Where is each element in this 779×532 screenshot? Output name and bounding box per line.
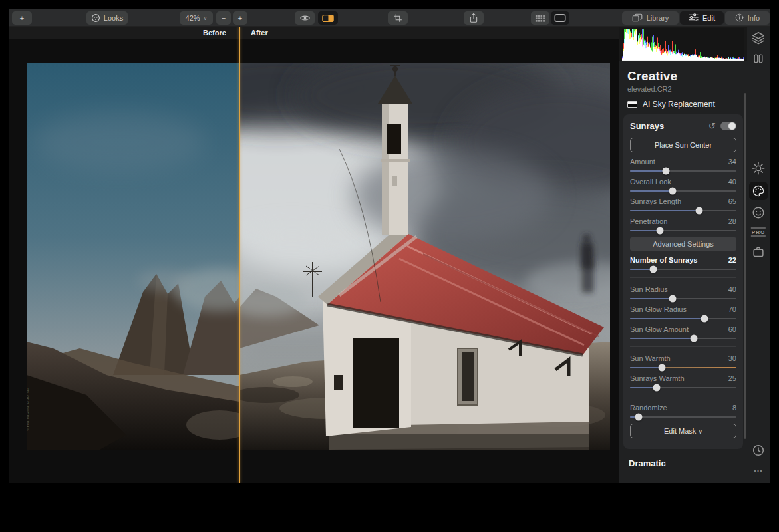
slider-thumb[interactable] — [691, 335, 698, 342]
slider-number-of-sunrays[interactable]: Number of Sunrays22 — [630, 256, 736, 270]
reset-icon[interactable]: ↺ — [708, 122, 716, 130]
compare-split-icon — [322, 14, 334, 23]
slider-value: 22 — [728, 256, 736, 264]
photo-preview[interactable]: ©Raffaella Cabras — [27, 63, 610, 450]
compare-label-bar: Before After — [9, 27, 619, 39]
slider-penetration[interactable]: Penetration28 — [630, 217, 736, 231]
slider-thumb[interactable] — [663, 168, 670, 175]
tab-library-label: Library — [647, 14, 669, 22]
slider-track[interactable] — [630, 387, 736, 388]
slider-sunrays-length[interactable]: Sunrays Length65 — [630, 198, 736, 211]
slider-thumb[interactable] — [659, 364, 666, 372]
tab-info[interactable]: Info — [725, 11, 770, 25]
slider-sun-glow-radius[interactable]: Sun Glow Radius70 — [630, 305, 736, 319]
slider-value: 40 — [728, 285, 736, 293]
slider-overall-look[interactable]: Overall Look40 — [630, 178, 736, 192]
history-clock-icon[interactable] — [751, 443, 766, 458]
pro-badge[interactable]: PRO — [751, 228, 766, 237]
share-icon — [469, 13, 478, 23]
tab-edit[interactable]: Edit — [680, 11, 724, 25]
panel-content: Creative elevated.CR2 AI Sky Replacement… — [619, 27, 747, 483]
share-button[interactable] — [464, 11, 484, 25]
slider-track[interactable] — [630, 230, 736, 231]
place-sun-center-button[interactable]: Place Sun Center — [630, 138, 736, 152]
slider-value: 40 — [728, 178, 736, 186]
filename-label: elevated.CR2 — [627, 85, 747, 93]
slider-group-randomize: Randomize8 — [623, 404, 743, 418]
edit-side-panel: Creative elevated.CR2 AI Sky Replacement… — [619, 27, 770, 483]
slider-thumb[interactable] — [669, 295, 677, 303]
histogram-canvas — [622, 28, 744, 61]
zoom-level-button[interactable]: 42% ∨ — [180, 11, 213, 25]
histogram — [619, 27, 747, 61]
looks-label: Looks — [104, 14, 123, 22]
photo-watermark: ©Raffaella Cabras — [27, 387, 29, 431]
slider-sun-warmth[interactable]: Sun Warmth30 — [630, 354, 736, 368]
slider-amount[interactable]: Amount34 — [630, 158, 736, 172]
edit-mask-label: Edit Mask — [664, 427, 696, 435]
slider-sun-radius[interactable]: Sun Radius40 — [630, 285, 736, 299]
slider-group-number: Number of Sunrays22 — [623, 256, 743, 270]
essentials-sun-icon[interactable] — [751, 161, 766, 176]
slider-track[interactable] — [630, 367, 736, 368]
style-item-matte-look[interactable]: Matte Look — [619, 475, 747, 483]
canvas-area: Before After — [9, 27, 619, 483]
slider-thumb[interactable] — [656, 227, 663, 235]
add-button[interactable]: + — [12, 11, 32, 25]
slider-sun-glow-amount[interactable]: Sun Glow Amount60 — [630, 325, 736, 339]
slider-track[interactable] — [630, 190, 736, 192]
single-image-icon — [554, 14, 566, 22]
library-icon — [632, 13, 643, 23]
slider-thumb[interactable] — [650, 266, 657, 273]
sky-icon — [627, 101, 637, 108]
slider-track[interactable] — [630, 298, 736, 299]
slider-thumb[interactable] — [701, 315, 708, 323]
sunrays-toggle[interactable] — [720, 122, 736, 130]
single-view-button[interactable] — [551, 11, 569, 25]
gallery-view-button[interactable] — [531, 11, 549, 25]
tab-library[interactable]: Library — [622, 11, 679, 25]
panel-scrollbar[interactable] — [744, 93, 746, 439]
sunrays-card: Sunrays ↺ Place Sun Center Amount34Overa… — [623, 114, 743, 449]
slider-value: 25 — [728, 374, 736, 382]
slider-track[interactable] — [630, 318, 736, 319]
layers-icon[interactable] — [751, 31, 766, 45]
slider-value: 30 — [728, 354, 736, 362]
slider-value: 70 — [728, 305, 736, 313]
slider-thumb[interactable] — [669, 188, 677, 195]
before-after-divider[interactable] — [239, 27, 240, 483]
style-item-dramatic[interactable]: Dramatic — [619, 452, 747, 475]
more-options-icon[interactable]: ••• — [754, 467, 763, 475]
toggle-knob — [728, 122, 736, 130]
divider — [630, 277, 736, 278]
advanced-settings-button[interactable]: Advanced Settings — [630, 237, 736, 251]
slider-sunrays-warmth[interactable]: Sunrays Warmth25 — [630, 374, 736, 388]
slider-track[interactable] — [630, 416, 736, 418]
slider-thumb[interactable] — [635, 414, 642, 421]
ai-sky-replacement-row[interactable]: AI Sky Replacement — [627, 100, 747, 109]
slider-track[interactable] — [630, 170, 736, 172]
slider-track[interactable] — [630, 269, 736, 270]
slider-thumb[interactable] — [653, 384, 661, 392]
crop-button[interactable] — [388, 11, 408, 25]
slider-track[interactable] — [630, 338, 736, 339]
slider-thumb[interactable] — [696, 207, 703, 215]
edit-mask-button[interactable]: Edit Mask ∨ — [630, 424, 736, 438]
zoom-in-button[interactable]: + — [233, 11, 247, 25]
slider-value: 60 — [728, 325, 736, 333]
looks-button[interactable]: Looks — [86, 11, 128, 25]
divider — [630, 396, 736, 396]
slider-randomize[interactable]: Randomize8 — [630, 404, 736, 418]
before-after-compare-button[interactable] — [318, 11, 338, 25]
creative-palette-icon[interactable] — [749, 182, 768, 200]
quick-preview-button[interactable] — [295, 11, 315, 25]
zoom-out-button[interactable]: − — [216, 11, 231, 25]
slider-value: 8 — [732, 404, 736, 412]
canvas-tools-icon[interactable] — [752, 52, 765, 65]
slider-track[interactable] — [630, 210, 736, 211]
professional-briefcase-icon[interactable] — [751, 245, 766, 259]
divider — [630, 346, 736, 347]
tool-rail: PRO ••• — [747, 27, 770, 483]
portrait-face-icon[interactable] — [751, 205, 766, 220]
before-label: Before — [203, 29, 226, 37]
